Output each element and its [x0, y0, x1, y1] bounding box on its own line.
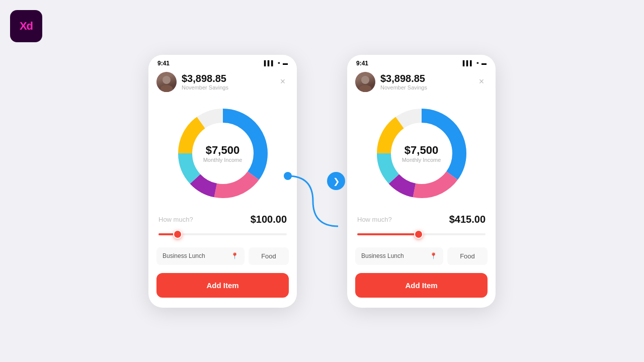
how-much-value-2: $415.00	[449, 214, 486, 225]
header-1: $3,898.85 November Savings ×	[148, 70, 297, 98]
slider-track-1	[158, 233, 287, 235]
chart-area-2: $7,500 Monthly Income	[347, 98, 496, 214]
slider-2[interactable]	[347, 233, 496, 247]
status-icons-2: ▌▌▌ ⚬ ▬	[463, 60, 487, 66]
description-field-2[interactable]: Business Lunch 📍	[355, 247, 443, 265]
time-1: 9:41	[157, 60, 170, 67]
status-bar-2: 9:41 ▌▌▌ ⚬ ▬	[347, 55, 496, 70]
status-icons-1: ▌▌▌ ⚬ ▬	[264, 60, 288, 66]
svg-point-0	[284, 172, 292, 180]
category-text-2: Food	[460, 252, 475, 260]
slider-thumb-1[interactable]	[173, 230, 182, 239]
wifi-icon-2: ⚬	[475, 60, 479, 66]
donut-amount-1: $7,500	[203, 144, 243, 157]
phone-1: 9:41 ▌▌▌ ⚬ ▬ $3,898.85 November Savings …	[148, 55, 297, 308]
avatar-image-1	[156, 72, 177, 92]
header-2: $3,898.85 November Savings ×	[347, 70, 496, 98]
battery-icon-1: ▬	[283, 60, 288, 66]
status-bar-1: 9:41 ▌▌▌ ⚬ ▬	[148, 55, 297, 70]
wifi-icon-1: ⚬	[277, 60, 281, 66]
slider-thumb-2[interactable]	[414, 230, 423, 239]
header-subtitle-1: November Savings	[182, 84, 277, 90]
phone-2: 9:41 ▌▌▌ ⚬ ▬ $3,898.85 November Savings …	[347, 55, 496, 308]
slider-track-2	[357, 233, 486, 235]
battery-icon-2: ▬	[481, 60, 487, 66]
how-much-label-2: How much?	[357, 216, 392, 223]
navigation-arrow[interactable]: ❯	[327, 172, 345, 190]
arrow-icon: ❯	[333, 176, 340, 186]
donut-center-1: $7,500 Monthly Income	[203, 144, 243, 163]
header-text-2: $3,898.85 November Savings	[380, 73, 475, 90]
signal-icon-1: ▌▌▌	[264, 60, 275, 66]
slider-fill-2	[357, 233, 419, 235]
donut-amount-2: $7,500	[402, 144, 441, 157]
category-text-1: Food	[261, 252, 276, 260]
donut-chart-1: $7,500 Monthly Income	[173, 103, 273, 204]
description-field-1[interactable]: Business Lunch 📍	[156, 247, 245, 265]
description-text-1: Business Lunch	[163, 252, 228, 259]
signal-icon-2: ▌▌▌	[463, 60, 473, 66]
avatar-1	[156, 72, 177, 92]
location-icon-1: 📍	[231, 252, 238, 259]
donut-center-2: $7,500 Monthly Income	[402, 144, 441, 163]
add-item-btn-1[interactable]: Add Item	[156, 273, 289, 298]
category-field-1[interactable]: Food	[249, 247, 289, 265]
header-subtitle-2: November Savings	[380, 84, 475, 90]
input-row-1: Business Lunch 📍 Food	[148, 247, 297, 273]
header-text-1: $3,898.85 November Savings	[182, 73, 277, 90]
close-btn-1[interactable]: ×	[277, 76, 289, 88]
avatar-2	[355, 72, 375, 92]
header-amount-1: $3,898.85	[182, 73, 277, 84]
donut-label-1: Monthly Income	[203, 157, 243, 163]
avatar-image-2	[355, 72, 375, 92]
category-field-2[interactable]: Food	[447, 247, 488, 265]
xd-logo-text: Xd	[20, 20, 33, 33]
amount-row-1: How much? $100.00	[148, 214, 297, 233]
input-row-2: Business Lunch 📍 Food	[347, 247, 496, 273]
description-text-2: Business Lunch	[361, 252, 427, 259]
donut-chart-2: $7,500 Monthly Income	[371, 103, 472, 204]
close-btn-2[interactable]: ×	[475, 76, 488, 88]
location-icon-2: 📍	[430, 252, 437, 259]
adobe-xd-logo: Xd	[10, 10, 42, 42]
how-much-label-1: How much?	[158, 216, 193, 223]
add-item-btn-2[interactable]: Add Item	[355, 273, 488, 298]
time-2: 9:41	[356, 60, 368, 67]
chart-area-1: $7,500 Monthly Income	[148, 98, 297, 214]
how-much-value-1: $100.00	[251, 214, 287, 225]
slider-1[interactable]	[148, 233, 297, 247]
donut-label-2: Monthly Income	[402, 157, 441, 163]
header-amount-2: $3,898.85	[380, 73, 475, 84]
